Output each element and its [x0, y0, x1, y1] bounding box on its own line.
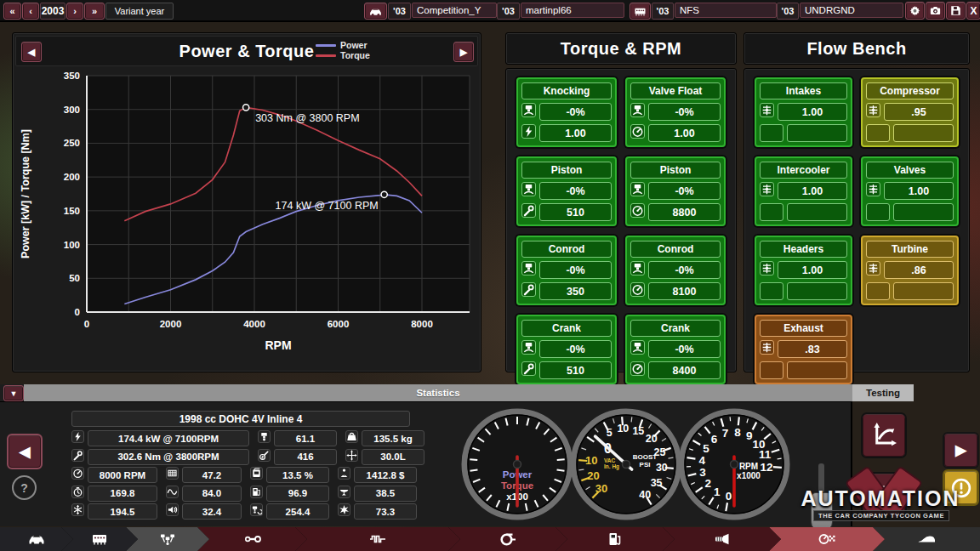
prev-graph-button[interactable]: ◀ — [21, 42, 42, 62]
engine-name-input-1[interactable] — [675, 3, 777, 18]
piston-arrow-icon — [871, 482, 897, 508]
piston-damage-icon — [521, 103, 536, 117]
throttle-slider[interactable] — [811, 492, 833, 531]
cell-title: Headers — [760, 241, 847, 258]
rpm-label: 12 — [760, 461, 772, 474]
collapse-statistics-button[interactable]: ▼ — [3, 385, 24, 401]
stat-value: 30.0L — [362, 449, 424, 465]
flow-value: .95 — [884, 103, 954, 121]
piston-test-button[interactable] — [861, 472, 907, 518]
crankshaft-icon — [367, 531, 389, 548]
damage-value: -0% — [539, 261, 612, 279]
tab-bottom-end[interactable] — [126, 527, 209, 551]
first-year-button[interactable]: « — [3, 3, 21, 20]
psi-label: 35 — [651, 477, 663, 489]
flow-icon — [866, 182, 880, 196]
flow-value: 1.00 — [884, 182, 954, 200]
torque-rpm-panel: Knocking-0%1.00Valve Float-0%1.00Piston-… — [505, 68, 737, 372]
rpm-label: 11 — [759, 448, 772, 461]
gauge-icon — [630, 124, 645, 139]
emissions-icon — [71, 503, 84, 516]
damage-value: -0% — [539, 103, 612, 121]
car-icon[interactable] — [364, 3, 387, 20]
engine-icon[interactable] — [630, 3, 651, 20]
flow-bench-title: Flow Bench — [806, 39, 906, 59]
engine-name-input-2[interactable] — [800, 3, 903, 18]
back-button[interactable]: ◀ — [7, 434, 43, 469]
dyno-graph-button[interactable] — [861, 412, 907, 458]
vac-unit2: In. Hg — [604, 463, 619, 470]
tab-car-tab[interactable] — [0, 527, 73, 551]
empty-box — [760, 282, 783, 300]
car-name-input-2[interactable] — [521, 3, 624, 18]
lightning-icon — [521, 124, 536, 139]
piston-icon — [258, 430, 271, 443]
chart-legend: Power Torque — [316, 40, 370, 60]
cell-title: Knocking — [521, 82, 612, 99]
piston-damage-icon — [630, 182, 645, 196]
flow-icon — [866, 261, 880, 276]
service-cost-icon — [258, 449, 271, 462]
cell-title: Intakes — [760, 82, 847, 99]
tab-car-silhouette[interactable] — [873, 527, 980, 551]
damage-value: -0% — [539, 182, 612, 200]
tab-turbo[interactable] — [448, 527, 567, 551]
tab-testing[interactable]: Testing — [852, 384, 914, 401]
car-year-badge-1: '03 — [388, 3, 411, 20]
tab-exhaust[interactable] — [663, 527, 781, 551]
cell-title: Conrod — [630, 241, 721, 258]
stats-row: 174.4 kW @ 7100RPM61.1135.5 kg — [71, 430, 424, 446]
last-year-button[interactable]: » — [84, 3, 105, 20]
x-tick-label: 4000 — [243, 319, 265, 329]
flow-bench-cell: Intakes1.00 — [755, 77, 852, 147]
y-tick-label: 100 — [64, 240, 80, 250]
run-test-button[interactable]: ▶ — [943, 432, 979, 469]
tab-conrod[interactable] — [197, 527, 307, 551]
x-axis-label: RPM — [265, 338, 291, 352]
psi-label: 40 — [639, 489, 651, 501]
psi-label: 10 — [617, 423, 629, 435]
torque-rpm-cell: Piston-0%8800 — [625, 156, 726, 226]
tab-crankshaft[interactable] — [295, 527, 460, 551]
prev-year-button[interactable]: ‹ — [22, 3, 39, 20]
settings-button[interactable] — [905, 2, 925, 20]
limit-value: 510 — [539, 203, 612, 221]
stat-value: 96.9 — [266, 486, 329, 502]
radiator-icon — [166, 467, 179, 480]
peak-annotation: 174 kW @ 7100 RPM — [276, 200, 379, 212]
next-graph-button[interactable]: ▶ — [453, 42, 474, 62]
stat-value: 194.5 — [88, 503, 157, 520]
torque-rpm-cell: Conrod-0%350 — [516, 236, 617, 305]
warning-button[interactable] — [943, 469, 979, 506]
cell-title: Turbine — [866, 241, 954, 258]
economy-icon — [250, 503, 263, 516]
close-button[interactable]: X — [966, 2, 980, 20]
rpm-label: 0 — [726, 490, 732, 503]
car-name-input-1[interactable] — [412, 3, 497, 18]
damage-value: -0% — [539, 340, 612, 358]
conrod-icon — [242, 531, 264, 548]
stat-value: 61.1 — [274, 430, 337, 446]
cell-title: Intercooler — [760, 162, 847, 179]
torque-rpm-cell: Piston-0%510 — [516, 156, 617, 226]
empty-box — [787, 361, 847, 379]
cell-title: Crank — [521, 320, 612, 337]
bottom-toolbar — [0, 527, 980, 551]
torque-rpm-cell: Crank-0%510 — [516, 315, 617, 384]
flow-value: 1.00 — [778, 103, 847, 121]
next-year-button[interactable]: › — [66, 3, 83, 20]
flow-bench-cell: Exhaust.83 — [755, 315, 852, 384]
damage-value: -0% — [648, 182, 721, 200]
tab-fuel-system[interactable] — [556, 527, 675, 551]
smoothness-icon — [166, 486, 179, 498]
variant-year-label: Variant year — [105, 3, 174, 20]
save-button[interactable] — [946, 2, 966, 20]
y-tick-label: 150 — [64, 206, 80, 216]
tab-dyno[interactable] — [769, 527, 885, 551]
stat-value: 73.3 — [354, 503, 417, 520]
photo-button[interactable] — [926, 2, 945, 20]
help-button[interactable]: ? — [12, 475, 37, 500]
empty-box — [787, 203, 847, 221]
damage-value: -0% — [648, 103, 721, 121]
power-torque-panel: ◀ Power & Torque Power Torque ▶ 05010015… — [12, 32, 481, 372]
